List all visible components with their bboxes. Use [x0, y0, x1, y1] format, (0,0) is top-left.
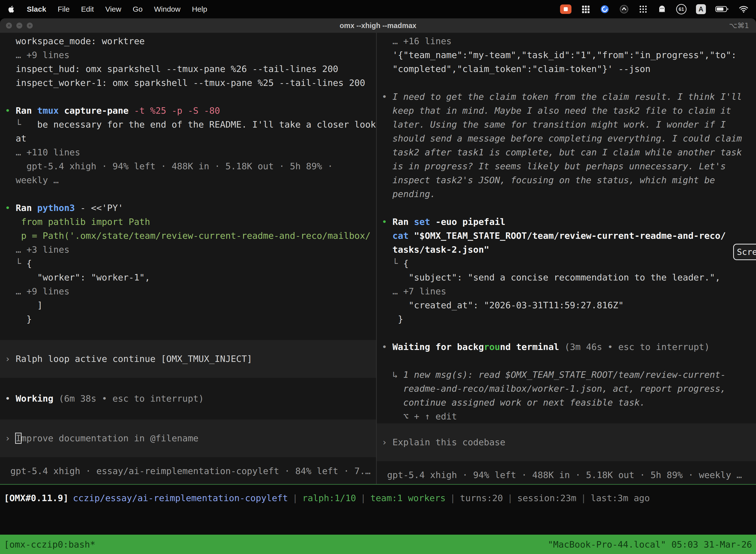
- terminal-line: [382, 354, 756, 368]
- ghost-icon[interactable]: [657, 4, 667, 14]
- terminal-line: • Waiting for background terminal (3m 46…: [382, 340, 756, 354]
- terminal-line: later. Using the same for transition mig…: [382, 118, 756, 131]
- terminal-line: [5, 326, 376, 340]
- menu-help[interactable]: Help: [192, 5, 207, 13]
- omx-path: cczip/essay/ai-reimplementation-copyleft: [73, 491, 288, 505]
- omx-last-activity: last:3m ago: [590, 491, 649, 505]
- terminal-line: '{"team_name":"my-team","task_id":"1","f…: [382, 48, 756, 62]
- terminal-line: … +9 lines: [5, 48, 376, 62]
- tmux-session-window[interactable]: [omx-cczip0:bash*: [4, 539, 95, 550]
- input-source-icon[interactable]: A: [696, 4, 706, 14]
- separator: |: [360, 491, 366, 505]
- tmux-pane-right[interactable]: … +16 lines '{"team_name":"my-team","tas…: [377, 33, 756, 484]
- prompt-row[interactable]: › Improve documentation in @filename: [0, 420, 376, 457]
- window-title: omx --xhigh --madmax: [0, 21, 756, 30]
- menu-go[interactable]: Go: [133, 5, 143, 13]
- omx-status-line: [OMX#0.11.9] cczip/essay/ai-reimplementa…: [0, 485, 756, 505]
- grid-icon[interactable]: [581, 4, 590, 14]
- terminal-line: inspect_worker-1: omx sparkshell --tmux-…: [5, 76, 376, 90]
- terminal-line: tasks/task-2.json": [382, 243, 756, 257]
- bottom-area: [OMX#0.11.9] cczip/essay/ai-reimplementa…: [0, 485, 756, 554]
- tmux-pane-left[interactable]: workspace_mode: worktree … +9 lines insp…: [0, 33, 376, 484]
- terminal-line: [5, 378, 376, 392]
- terminal-line: • Working (6m 38s • esc to interrupt): [5, 392, 376, 405]
- terminal-content: workspace_mode: worktree … +9 lines insp…: [0, 33, 756, 484]
- prompt-row[interactable]: › Ralph loop active continue [OMX_TMUX_I…: [0, 340, 376, 378]
- dots-grid-icon[interactable]: [638, 4, 648, 14]
- terminal-line: inspect_hud: omx sparkshell --tmux-pane …: [5, 62, 376, 76]
- terminal-line: • I need to get the claim token from the…: [382, 90, 756, 104]
- terminal-line: … +7 lines: [382, 284, 756, 298]
- terminal-line: "completed","claim_token":"claim-token"}…: [382, 62, 756, 76]
- terminal-line: keep that in mind. Maybe I also need the…: [382, 104, 756, 118]
- terminal-line: [5, 187, 376, 201]
- window-shortcut-hint: ⌥⌘1: [729, 21, 749, 30]
- terminal-line: }: [5, 312, 376, 326]
- terminal-line: … +3 lines: [5, 243, 376, 257]
- terminal-line: task2 after task1 is complete, but can I…: [382, 146, 756, 159]
- separator: |: [450, 491, 456, 505]
- terminal-line: └ be necessary for the end of the README…: [5, 118, 376, 131]
- terminal-line: should send a message before completing …: [382, 131, 756, 146]
- menu-edit[interactable]: Edit: [81, 5, 94, 13]
- gauge-61-icon[interactable]: 61: [676, 4, 687, 14]
- terminal-line: ]: [5, 298, 376, 312]
- titlebar: × − + omx --xhigh --madmax ⌥⌘1: [0, 18, 756, 33]
- terminal-line: workspace_mode: worktree: [5, 34, 376, 48]
- terminal-line: [382, 201, 756, 215]
- terminal-line: "created_at": "2026-03-31T11:59:27.816Z": [382, 298, 756, 312]
- terminal-line: … +9 lines: [5, 284, 376, 298]
- terminal-line: … +110 lines: [5, 146, 376, 159]
- terminal-line: … +16 lines: [382, 34, 756, 48]
- terminal-line: at: [5, 131, 376, 146]
- omx-version: [OMX#0.11.9]: [4, 491, 68, 505]
- battery-icon[interactable]: [715, 5, 729, 13]
- menu-app-name[interactable]: Slack: [27, 5, 46, 13]
- terminal-line: gpt-5.4 xhigh · 94% left · 488K in · 5.1…: [5, 159, 376, 173]
- terminal-line: [382, 76, 756, 90]
- zoom-button[interactable]: +: [27, 22, 33, 29]
- tmux-host-clock: "MacBook-Pro-44.local" 05:03 31-Mar-26: [548, 539, 752, 550]
- terminal-line: }: [382, 312, 756, 326]
- terminal-line: • Ran tmux capture-pane -t %25 -p -S -80: [5, 104, 376, 118]
- menu-window[interactable]: Window: [154, 5, 181, 13]
- prompt-row[interactable]: › Explain this codebase: [377, 424, 756, 461]
- terminal-line: p = Path('.omx/state/team/review-current…: [5, 229, 376, 243]
- separator: |: [293, 491, 298, 505]
- close-button[interactable]: ×: [6, 22, 12, 29]
- terminal-line: gpt-5.4 xhigh · essay/ai-reimplementatio…: [5, 464, 376, 478]
- terminal-line: [5, 90, 376, 104]
- terminal-line: └ {: [5, 257, 376, 271]
- blue-swirl-icon[interactable]: [600, 4, 610, 14]
- separator: |: [507, 491, 513, 505]
- terminal-line: from pathlib import Path: [5, 215, 376, 229]
- terminal-line: inspect task2's JSON, focusing on the st…: [382, 173, 756, 187]
- terminal-line: is in progress? It seems likely but perh…: [382, 159, 756, 173]
- minimize-button[interactable]: −: [16, 22, 22, 29]
- terminal-line: [382, 326, 756, 340]
- screenshot-overlay[interactable]: Scre: [733, 244, 756, 260]
- terminal-line: pending.: [382, 187, 756, 201]
- dark-circle-app-icon[interactable]: [619, 4, 629, 14]
- apple-menu-icon[interactable]: [7, 5, 15, 13]
- terminal-line: "worker": "worker-1",: [5, 271, 376, 284]
- menu-view[interactable]: View: [105, 5, 121, 13]
- terminal-line: weekly …: [5, 173, 376, 187]
- menubar: Slack File Edit View Go Window Help 61 A: [0, 0, 756, 18]
- menu-file[interactable]: File: [58, 5, 69, 13]
- terminal-line: [5, 405, 376, 420]
- terminal-line: "subject": "send a concise recommendatio…: [382, 271, 756, 284]
- terminal-line: gpt-5.4 xhigh · 94% left · 488K in · 5.1…: [382, 468, 756, 482]
- terminal-window: × − + omx --xhigh --madmax ⌥⌘1 workspace…: [0, 18, 756, 554]
- omx-turns: turns:20: [460, 491, 503, 505]
- wifi-icon[interactable]: [739, 5, 749, 13]
- terminal-line: cat "$OMX_TEAM_STATE_ROOT/team/review-cu…: [382, 229, 756, 243]
- terminal-line: └ {: [382, 257, 756, 271]
- terminal-line: • Ran python3 - <<'PY': [5, 201, 376, 215]
- terminal-line: • Ran set -euo pipefail: [382, 215, 756, 229]
- screen-recording-indicator-icon[interactable]: [560, 4, 571, 14]
- omx-session-time: session:23m: [517, 491, 576, 505]
- traffic-lights: × − +: [6, 22, 33, 29]
- tmux-status-bar: [omx-cczip0:bash* "MacBook-Pro-44.local"…: [0, 535, 756, 554]
- omx-ralph-count: ralph:1/10: [302, 491, 356, 505]
